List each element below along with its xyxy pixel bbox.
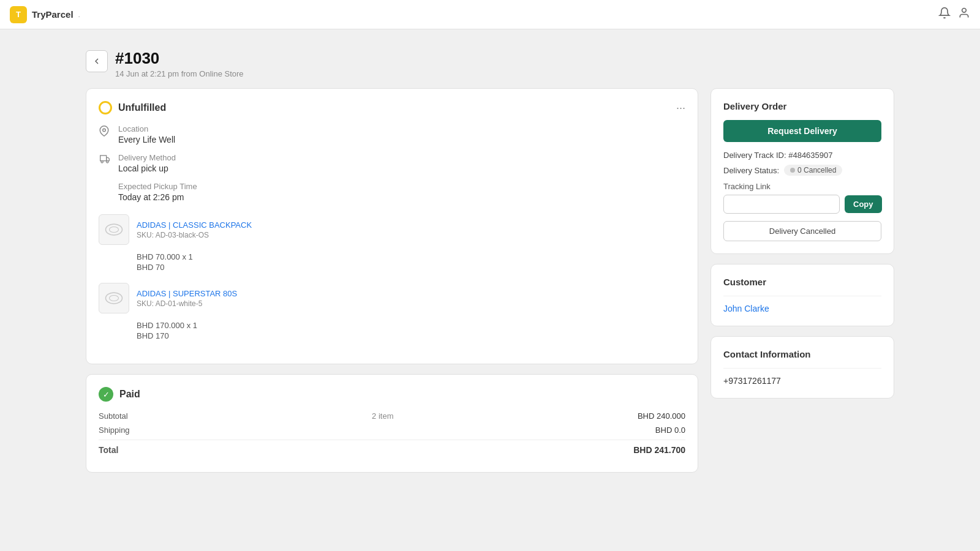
payment-card: ✓ Paid Subtotal 2 item BHD 240.000 Shipp… <box>86 374 698 473</box>
svg-point-7 <box>110 227 119 233</box>
unfulfilled-header: Unfulfilled ··· <box>99 101 685 114</box>
more-options-button[interactable]: ··· <box>676 102 685 114</box>
pickup-time-label: Expected Pickup Time <box>118 182 197 191</box>
product-name-1[interactable]: ADIDAS | CLASSIC BACKPACK <box>137 220 252 230</box>
customer-title: Customer <box>723 277 881 287</box>
customer-name[interactable]: John Clarke <box>723 304 881 313</box>
order-subtitle: 14 Jun at 2:21 pm from Online Store <box>115 69 244 78</box>
contact-divider <box>723 368 881 369</box>
page-header: #1030 14 Jun at 2:21 pm from Online Stor… <box>86 49 894 78</box>
main-content: #1030 14 Jun at 2:21 pm from Online Stor… <box>61 29 919 492</box>
delivery-order-card: Delivery Order Request Delivery Delivery… <box>710 88 894 254</box>
product-price-row-1: BHD 70.000 x 1 BHD 70 <box>137 252 685 273</box>
pickup-time-content: Expected Pickup Time Today at 2:26 pm <box>118 182 197 202</box>
copy-button[interactable]: Copy <box>845 195 882 213</box>
total-row: Total BHD 241.700 <box>99 440 685 455</box>
col-right: Delivery Order Request Delivery Delivery… <box>710 88 894 399</box>
contact-card: Contact Information +97317261177 <box>710 336 894 399</box>
delivery-method-label: Delivery Method <box>118 153 176 162</box>
shipping-label: Shipping <box>99 425 130 435</box>
subtotal-value: BHD 240.000 <box>638 411 685 421</box>
paid-header: ✓ Paid <box>99 387 685 402</box>
page-header-text: #1030 14 Jun at 2:21 pm from Online Stor… <box>115 49 244 78</box>
paid-icon: ✓ <box>99 387 113 402</box>
subtotal-row: Subtotal 2 item BHD 240.000 <box>99 411 685 421</box>
svg-point-9 <box>110 296 119 301</box>
request-delivery-button[interactable]: Request Delivery <box>723 120 881 142</box>
location-value: Every Life Well <box>118 135 175 144</box>
track-id-row: Delivery Track ID: #484635907 <box>723 151 881 160</box>
svg-point-6 <box>106 224 123 235</box>
delivery-method-value: Local pick up <box>118 163 176 173</box>
delivery-method-content: Delivery Method Local pick up <box>118 153 176 173</box>
customer-divider <box>723 296 881 296</box>
product-sku-2: SKU: AD-01-white-5 <box>137 299 685 308</box>
track-id-label: Delivery Track ID: <box>723 151 786 160</box>
back-button[interactable] <box>86 50 108 72</box>
product-price-total-2: BHD 170 <box>137 331 685 340</box>
svg-point-1 <box>103 129 106 132</box>
svg-point-0 <box>962 9 967 13</box>
svg-point-5 <box>107 161 108 163</box>
order-number: #1030 <box>115 49 244 68</box>
product-price-per-2: BHD 170.000 x 1 <box>137 321 685 330</box>
app-logo: T <box>10 6 27 23</box>
location-label: Location <box>118 124 175 133</box>
contact-title: Contact Information <box>723 349 881 359</box>
subtotal-label: Subtotal <box>99 411 128 421</box>
products-section: ADIDAS | CLASSIC BACKPACK SKU: AD-03-bla… <box>99 214 685 342</box>
location-content: Location Every Life Well <box>118 124 175 144</box>
pickup-time-value: Today at 2:26 pm <box>118 192 197 202</box>
product-item-2: ADIDAS | SUPERSTAR 80S SKU: AD-01-white-… <box>99 283 685 313</box>
svg-point-4 <box>101 161 103 163</box>
tracking-link-label: Tracking Link <box>723 182 881 191</box>
svg-point-8 <box>106 293 123 304</box>
app-name: TryParcel <box>32 9 74 20</box>
topnav-left: T TryParcel . <box>10 6 80 23</box>
total-label: Total <box>99 445 118 455</box>
tracking-row: Copy <box>723 195 881 214</box>
user-icon[interactable] <box>958 7 970 22</box>
delivery-status-badge: 0 Cancelled <box>784 165 842 176</box>
product-info-2: ADIDAS | SUPERSTAR 80S SKU: AD-01-white-… <box>137 288 685 308</box>
product-sku-1: SKU: AD-03-black-OS <box>137 231 685 239</box>
topnav-right <box>938 7 970 22</box>
unfulfilled-title: Unfulfilled <box>118 102 166 113</box>
svg-rect-2 <box>100 156 107 161</box>
product-price-row-2: BHD 170.000 x 1 BHD 170 <box>137 321 685 342</box>
tracking-input[interactable] <box>723 195 840 214</box>
delivery-status-row: Delivery Status: 0 Cancelled <box>723 165 881 176</box>
delivery-order-title: Delivery Order <box>723 101 881 111</box>
product-image-1 <box>99 214 129 245</box>
location-icon <box>99 126 111 139</box>
product-price-per-1: BHD 70.000 x 1 <box>137 252 685 261</box>
unfulfilled-card: Unfulfilled ··· Location <box>86 88 698 364</box>
shipping-row: Shipping BHD 0.0 <box>99 425 685 435</box>
subtotal-items: 2 item <box>372 411 393 421</box>
paid-title: Paid <box>119 389 140 400</box>
total-value: BHD 241.700 <box>633 445 685 455</box>
delivery-cancelled-button[interactable]: Delivery Cancelled <box>723 221 881 241</box>
product-item-1: ADIDAS | CLASSIC BACKPACK SKU: AD-03-bla… <box>99 214 685 245</box>
product-info-1: ADIDAS | CLASSIC BACKPACK SKU: AD-03-bla… <box>137 220 685 239</box>
track-id-value: #484635907 <box>788 151 832 160</box>
bell-icon[interactable] <box>938 7 951 22</box>
topnav-dot: . <box>78 10 80 19</box>
pickup-time-row: Expected Pickup Time Today at 2:26 pm <box>99 182 685 202</box>
contact-phone: +97317261177 <box>723 376 881 386</box>
unfulfilled-status-ring <box>99 101 112 114</box>
topnav: T TryParcel . <box>0 0 980 29</box>
product-image-2 <box>99 283 129 313</box>
product-name-2[interactable]: ADIDAS | SUPERSTAR 80S <box>137 289 237 298</box>
status-badge-text: 0 Cancelled <box>797 166 836 174</box>
status-dot <box>790 168 795 173</box>
two-col-layout: Unfulfilled ··· Location <box>86 88 894 473</box>
location-row: Location Every Life Well <box>99 124 685 144</box>
delivery-status-label: Delivery Status: <box>723 166 779 175</box>
truck-icon <box>99 154 111 167</box>
delivery-method-row: Delivery Method Local pick up <box>99 153 685 173</box>
product-price-total-1: BHD 70 <box>137 263 685 272</box>
customer-card: Customer John Clarke <box>710 264 894 326</box>
svg-marker-3 <box>107 157 110 160</box>
col-left: Unfulfilled ··· Location <box>86 88 698 473</box>
